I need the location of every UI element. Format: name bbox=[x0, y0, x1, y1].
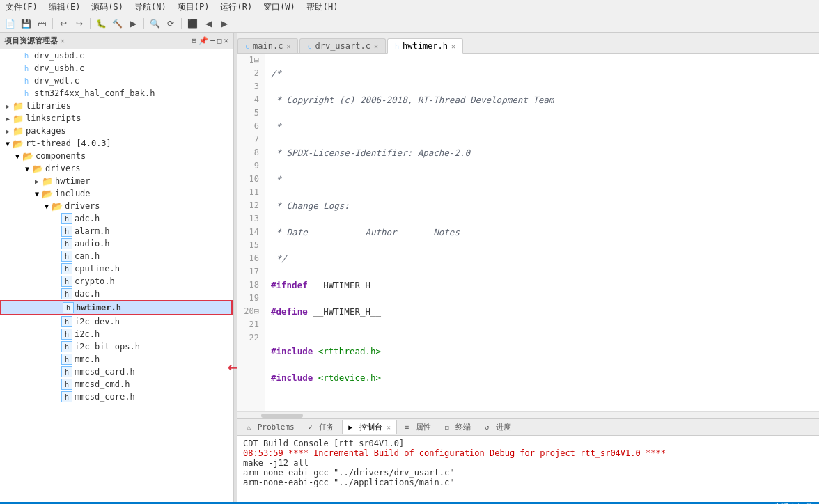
ref-btn[interactable]: ⟳ bbox=[164, 17, 178, 31]
tree-item-drv-wdt[interactable]: h drv_wdt.c bbox=[0, 74, 233, 87]
tree-item-components[interactable]: ▼ 📂 components bbox=[0, 150, 233, 162]
item-label: hwtimer.h bbox=[76, 303, 121, 313]
tree-item-adc-h[interactable]: h adc.h bbox=[0, 212, 233, 225]
tree-item-drivers-l2[interactable]: ▼ 📂 drivers bbox=[0, 162, 233, 175]
tab-bar: c main.c ✕ c drv_usart.c ✕ h hwtimer.h ✕ bbox=[237, 33, 819, 54]
code-content[interactable]: /* * Copyright (c) 2006-2018, RT-Thread … bbox=[265, 54, 819, 411]
tree-item-dac-h[interactable]: h dac.h bbox=[0, 288, 233, 300]
undo-btn[interactable]: ↩ bbox=[56, 17, 70, 31]
tree-item-i2c-h[interactable]: h i2c.h bbox=[0, 328, 233, 340]
tree-item-mmcsd-card-h[interactable]: h mmcsd_card.h bbox=[0, 365, 233, 378]
tree-item-audio-h[interactable]: h audio.h bbox=[0, 237, 233, 250]
sidebar-title: 项目资源管理器 bbox=[4, 36, 58, 46]
console-tab-terminal[interactable]: ◻ 终端 bbox=[439, 420, 478, 434]
tree-item-packages[interactable]: ▶ 📁 packages bbox=[0, 125, 233, 137]
item-label: drv_usbh.c bbox=[34, 63, 84, 73]
close-sidebar-icon[interactable]: ✕ bbox=[224, 36, 228, 45]
tree-item-drv-usbh[interactable]: h drv_usbh.c bbox=[0, 62, 233, 74]
tree-item-cputime-h[interactable]: h cputime.h bbox=[0, 262, 233, 275]
sep3 bbox=[143, 18, 144, 29]
tree-item-hwtimer-folder[interactable]: ▶ 📁 hwtimer bbox=[0, 175, 233, 187]
tree-item-include[interactable]: ▼ 📂 include bbox=[0, 187, 233, 200]
tree-item-rt-thread[interactable]: ▼ 📂 rt-thread [4.0.3] bbox=[0, 137, 233, 150]
console-tab-tasks[interactable]: ✓ 任务 bbox=[302, 420, 341, 434]
menu-window[interactable]: 窗口(W) bbox=[260, 1, 298, 13]
tree-item-crypto-h[interactable]: h crypto.h bbox=[0, 275, 233, 288]
ext-btn1[interactable]: ⬛ bbox=[185, 17, 199, 31]
file-icon: h bbox=[61, 341, 72, 352]
tab-close-drv[interactable]: ✕ bbox=[374, 42, 378, 50]
line-num-16: 16 bbox=[243, 252, 259, 265]
tree-item-drv-usbd[interactable]: h drv_usbd.c bbox=[0, 49, 233, 62]
menu-nav[interactable]: 导航(N) bbox=[132, 1, 169, 13]
h-scrollbar[interactable] bbox=[237, 411, 819, 418]
console-close[interactable]: ✕ bbox=[387, 424, 391, 431]
tab-drv-usart-c[interactable]: c drv_usart.c ✕ bbox=[299, 38, 386, 53]
menu-file[interactable]: 文件(F) bbox=[3, 1, 40, 13]
tree-item-linkscripts[interactable]: ▶ 📁 linkscripts bbox=[0, 112, 233, 125]
tab-close-main[interactable]: ✕ bbox=[286, 42, 290, 50]
save-all-btn[interactable]: 🗃 bbox=[35, 17, 49, 31]
tree-item-stm32f4xx[interactable]: h stm32f4xx_hal_conf_bak.h bbox=[0, 87, 233, 100]
menu-help[interactable]: 帮助(H) bbox=[304, 1, 341, 13]
redo-btn[interactable]: ↪ bbox=[72, 17, 86, 31]
line-num-9: 9 bbox=[243, 159, 259, 173]
minimize-icon[interactable]: ─ bbox=[210, 36, 215, 45]
run-btn[interactable]: ▶ bbox=[126, 17, 140, 31]
line-num-14: 14 bbox=[243, 226, 259, 239]
pin-icon[interactable]: 📌 bbox=[198, 36, 208, 45]
tree-item-alarm-h[interactable]: h alarm.h bbox=[0, 225, 233, 237]
code-editor[interactable]: 1⊟ 2 3 4 5 6 7 8 9 10 11 12 13 14 bbox=[237, 54, 819, 411]
item-label: i2c-bit-ops.h bbox=[75, 342, 140, 352]
tree-item-can-h[interactable]: h can.h bbox=[0, 250, 233, 262]
maximize-icon[interactable]: □ bbox=[217, 36, 222, 45]
h-scrollbar-thumb[interactable] bbox=[261, 414, 303, 418]
folder-icon: 📂 bbox=[52, 200, 63, 212]
file-icon: h bbox=[61, 263, 72, 274]
tree-item-libraries[interactable]: ▶ 📁 libraries bbox=[0, 100, 233, 112]
collapse-arrow: ▶ bbox=[3, 102, 13, 110]
folder-icon: 📁 bbox=[42, 175, 53, 187]
menu-run[interactable]: 运行(R) bbox=[217, 1, 255, 13]
collapse-icon[interactable]: ⊟ bbox=[192, 36, 197, 45]
token: <rtthread.h> bbox=[318, 345, 381, 358]
tree-item-hwtimer-h[interactable]: h hwtimer.h bbox=[0, 300, 233, 315]
tab-close-hwtimer[interactable]: ✕ bbox=[451, 42, 455, 50]
tab-label-main: main.c bbox=[253, 41, 283, 51]
ext-btn2[interactable]: ◀ bbox=[201, 17, 215, 31]
tab-main-c[interactable]: c main.c ✕ bbox=[237, 38, 298, 53]
menu-project[interactable]: 项目(P) bbox=[175, 1, 212, 13]
tree-item-drivers-l4[interactable]: ▼ 📂 drivers bbox=[0, 200, 233, 212]
ext-btn3[interactable]: ▶ bbox=[217, 17, 231, 31]
search-btn[interactable]: 🔍 bbox=[148, 17, 162, 31]
tree-item-mmcsd-cmd-h[interactable]: h mmcsd_cmd.h bbox=[0, 378, 233, 391]
console-tab-problems[interactable]: ⚠ Problems bbox=[240, 420, 301, 434]
file-icon: h bbox=[61, 366, 72, 377]
item-label: mmcsd_core.h bbox=[75, 392, 135, 402]
build-btn[interactable]: 🔨 bbox=[110, 17, 124, 31]
console-tab-console[interactable]: ▶ 控制台 ✕ bbox=[342, 420, 397, 434]
file-icon: h bbox=[21, 88, 32, 99]
tree-item-mmc-h[interactable]: h mmc.h bbox=[0, 353, 233, 365]
menu-source[interactable]: 源码(S) bbox=[88, 1, 126, 13]
console-tab-props[interactable]: ≡ 属性 bbox=[398, 420, 437, 434]
code-line-2: * Copyright (c) 2006-2018, RT-Thread Dev… bbox=[271, 93, 813, 107]
tree-item-mmcsd-core-h[interactable]: h mmcsd_core.h bbox=[0, 391, 233, 403]
line-num-15: 15 bbox=[243, 239, 259, 252]
new-btn[interactable]: 📄 bbox=[3, 17, 17, 31]
folder-icon: 📂 bbox=[32, 163, 43, 174]
tree-item-i2c-dev-h[interactable]: h i2c_dev.h bbox=[0, 315, 233, 328]
item-label: audio.h bbox=[75, 239, 110, 249]
console-tab-progress[interactable]: ↺ 进度 bbox=[478, 420, 517, 434]
menu-edit[interactable]: 编辑(E) bbox=[46, 1, 84, 13]
debug-btn[interactable]: 🐛 bbox=[94, 17, 108, 31]
code-line-7: * Date Author Notes bbox=[271, 226, 813, 239]
sidebar-close-icon[interactable]: ✕ bbox=[61, 37, 65, 45]
item-label: mmcsd_card.h bbox=[75, 367, 135, 377]
tab-hwtimer-h[interactable]: h hwtimer.h ✕ bbox=[387, 38, 463, 54]
code-line-4: * SPDX-License-Identifier: Apache-2.0 bbox=[271, 146, 813, 159]
props-icon: ≡ bbox=[405, 423, 409, 431]
save-btn[interactable]: 💾 bbox=[19, 17, 33, 31]
file-icon: h bbox=[21, 63, 32, 74]
tree-item-i2c-bit-ops-h[interactable]: h i2c-bit-ops.h bbox=[0, 340, 233, 353]
